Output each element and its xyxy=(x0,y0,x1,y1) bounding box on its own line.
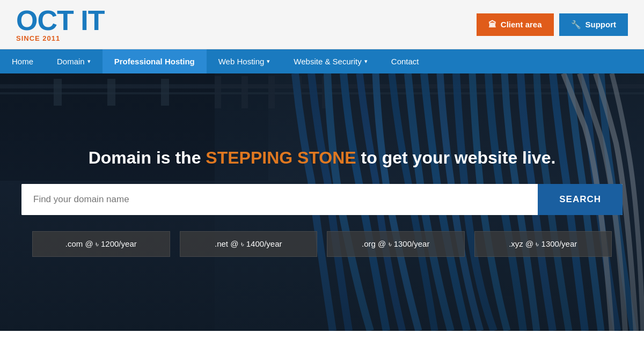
support-button[interactable]: 🔧 Support xyxy=(559,13,628,36)
client-area-label: Client area xyxy=(501,20,542,29)
support-icon: 🔧 xyxy=(571,20,581,29)
site-header: OCT IT SINCE 2011 🏛 Client area 🔧 Suppor… xyxy=(0,0,644,49)
header-buttons: 🏛 Client area 🔧 Support xyxy=(477,13,628,36)
nav-security-label: Website & Security xyxy=(294,57,361,66)
domain-org-label: .org @ ৳ 1300/year xyxy=(362,239,429,248)
hero-content: Domain is the STEPPING STONE to get your… xyxy=(0,148,644,257)
nav-item-website-security[interactable]: Website & Security ▾ xyxy=(282,49,379,73)
chevron-down-icon: ▾ xyxy=(87,58,91,65)
chevron-down-icon-3: ▾ xyxy=(364,58,368,65)
hero-headline: Domain is the STEPPING STONE to get your… xyxy=(16,148,628,168)
client-icon: 🏛 xyxy=(488,20,496,29)
nav-item-domain[interactable]: Domain ▾ xyxy=(45,49,103,73)
nav-item-home[interactable]: Home xyxy=(0,49,45,73)
domain-net-label: .net @ ৳ 1400/year xyxy=(215,239,282,248)
nav-domain-label: Domain xyxy=(57,57,85,66)
domain-pill-xyz[interactable]: .xyz @ ৳ 1300/year xyxy=(474,231,612,257)
domain-com-label: .com @ ৳ 1200/year xyxy=(65,239,137,248)
domain-pill-com[interactable]: .com @ ৳ 1200/year xyxy=(32,231,170,257)
nav-item-web-hosting[interactable]: Web Hosting ▾ xyxy=(207,49,282,73)
headline-after: to get your website live. xyxy=(356,148,556,167)
nav-professional-label: Professional Hosting xyxy=(114,57,195,66)
support-label: Support xyxy=(586,20,617,29)
nav-item-contact[interactable]: Contact xyxy=(379,49,431,73)
nav-home-label: Home xyxy=(12,57,33,66)
hero-section: Domain is the STEPPING STONE to get your… xyxy=(0,73,644,331)
nav-contact-label: Contact xyxy=(391,57,419,66)
logo-text: OCT IT xyxy=(16,6,104,34)
client-area-button[interactable]: 🏛 Client area xyxy=(477,13,554,36)
chevron-down-icon-2: ▾ xyxy=(267,58,270,65)
main-navbar: Home Domain ▾ Professional Hosting Web H… xyxy=(0,49,644,73)
nav-web-hosting-label: Web Hosting xyxy=(218,57,265,66)
headline-before: Domain is the xyxy=(89,148,206,167)
headline-highlight: STEPPING STONE xyxy=(206,148,356,167)
nav-item-professional-hosting[interactable]: Professional Hosting xyxy=(103,49,207,73)
domain-pill-net[interactable]: .net @ ৳ 1400/year xyxy=(180,231,318,257)
domain-pills-container: .com @ ৳ 1200/year .net @ ৳ 1400/year .o… xyxy=(16,231,628,257)
search-label: SEARCH xyxy=(559,194,601,204)
domain-pill-org[interactable]: .org @ ৳ 1300/year xyxy=(327,231,465,257)
logo-area: OCT IT SINCE 2011 xyxy=(16,6,104,42)
search-button[interactable]: SEARCH xyxy=(538,184,623,215)
domain-search-bar: SEARCH xyxy=(21,184,623,215)
domain-search-input[interactable] xyxy=(21,184,538,215)
domain-xyz-label: .xyz @ ৳ 1300/year xyxy=(509,239,577,248)
